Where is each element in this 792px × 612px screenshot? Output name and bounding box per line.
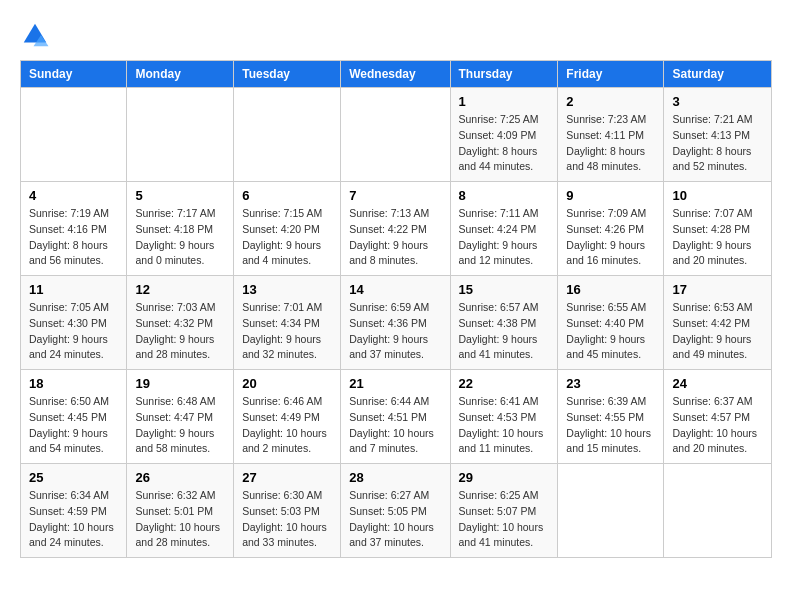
day-details: Sunrise: 7:05 AMSunset: 4:30 PMDaylight:… xyxy=(29,300,118,363)
header-cell-wednesday: Wednesday xyxy=(341,61,450,88)
day-number: 11 xyxy=(29,282,118,297)
day-details: Sunrise: 6:32 AMSunset: 5:01 PMDaylight:… xyxy=(135,488,225,551)
day-cell: 12Sunrise: 7:03 AMSunset: 4:32 PMDayligh… xyxy=(127,276,234,370)
day-number: 12 xyxy=(135,282,225,297)
day-details: Sunrise: 6:44 AMSunset: 4:51 PMDaylight:… xyxy=(349,394,441,457)
day-details: Sunrise: 7:25 AMSunset: 4:09 PMDaylight:… xyxy=(459,112,550,175)
day-details: Sunrise: 7:21 AMSunset: 4:13 PMDaylight:… xyxy=(672,112,763,175)
day-cell: 28Sunrise: 6:27 AMSunset: 5:05 PMDayligh… xyxy=(341,464,450,558)
day-cell: 18Sunrise: 6:50 AMSunset: 4:45 PMDayligh… xyxy=(21,370,127,464)
calendar-table: SundayMondayTuesdayWednesdayThursdayFrid… xyxy=(20,60,772,558)
day-cell: 5Sunrise: 7:17 AMSunset: 4:18 PMDaylight… xyxy=(127,182,234,276)
day-details: Sunrise: 7:09 AMSunset: 4:26 PMDaylight:… xyxy=(566,206,655,269)
day-number: 26 xyxy=(135,470,225,485)
day-number: 29 xyxy=(459,470,550,485)
day-cell: 3Sunrise: 7:21 AMSunset: 4:13 PMDaylight… xyxy=(664,88,772,182)
day-details: Sunrise: 7:17 AMSunset: 4:18 PMDaylight:… xyxy=(135,206,225,269)
day-details: Sunrise: 6:50 AMSunset: 4:45 PMDaylight:… xyxy=(29,394,118,457)
day-cell: 29Sunrise: 6:25 AMSunset: 5:07 PMDayligh… xyxy=(450,464,558,558)
day-cell: 1Sunrise: 7:25 AMSunset: 4:09 PMDaylight… xyxy=(450,88,558,182)
week-row-3: 11Sunrise: 7:05 AMSunset: 4:30 PMDayligh… xyxy=(21,276,772,370)
day-details: Sunrise: 7:15 AMSunset: 4:20 PMDaylight:… xyxy=(242,206,332,269)
header-cell-sunday: Sunday xyxy=(21,61,127,88)
day-cell: 26Sunrise: 6:32 AMSunset: 5:01 PMDayligh… xyxy=(127,464,234,558)
day-details: Sunrise: 7:03 AMSunset: 4:32 PMDaylight:… xyxy=(135,300,225,363)
header-cell-friday: Friday xyxy=(558,61,664,88)
day-cell: 23Sunrise: 6:39 AMSunset: 4:55 PMDayligh… xyxy=(558,370,664,464)
day-number: 20 xyxy=(242,376,332,391)
day-details: Sunrise: 7:19 AMSunset: 4:16 PMDaylight:… xyxy=(29,206,118,269)
day-number: 28 xyxy=(349,470,441,485)
week-row-1: 1Sunrise: 7:25 AMSunset: 4:09 PMDaylight… xyxy=(21,88,772,182)
day-cell: 9Sunrise: 7:09 AMSunset: 4:26 PMDaylight… xyxy=(558,182,664,276)
week-row-5: 25Sunrise: 6:34 AMSunset: 4:59 PMDayligh… xyxy=(21,464,772,558)
day-number: 23 xyxy=(566,376,655,391)
header-row: SundayMondayTuesdayWednesdayThursdayFrid… xyxy=(21,61,772,88)
day-cell xyxy=(341,88,450,182)
day-number: 9 xyxy=(566,188,655,203)
day-details: Sunrise: 6:46 AMSunset: 4:49 PMDaylight:… xyxy=(242,394,332,457)
day-cell: 15Sunrise: 6:57 AMSunset: 4:38 PMDayligh… xyxy=(450,276,558,370)
day-cell xyxy=(127,88,234,182)
day-number: 14 xyxy=(349,282,441,297)
day-details: Sunrise: 6:59 AMSunset: 4:36 PMDaylight:… xyxy=(349,300,441,363)
header-cell-thursday: Thursday xyxy=(450,61,558,88)
day-cell: 10Sunrise: 7:07 AMSunset: 4:28 PMDayligh… xyxy=(664,182,772,276)
day-number: 6 xyxy=(242,188,332,203)
day-number: 25 xyxy=(29,470,118,485)
day-cell: 11Sunrise: 7:05 AMSunset: 4:30 PMDayligh… xyxy=(21,276,127,370)
week-row-2: 4Sunrise: 7:19 AMSunset: 4:16 PMDaylight… xyxy=(21,182,772,276)
day-number: 7 xyxy=(349,188,441,203)
day-details: Sunrise: 7:01 AMSunset: 4:34 PMDaylight:… xyxy=(242,300,332,363)
day-details: Sunrise: 6:27 AMSunset: 5:05 PMDaylight:… xyxy=(349,488,441,551)
day-details: Sunrise: 7:11 AMSunset: 4:24 PMDaylight:… xyxy=(459,206,550,269)
day-cell xyxy=(664,464,772,558)
day-number: 1 xyxy=(459,94,550,109)
day-details: Sunrise: 7:07 AMSunset: 4:28 PMDaylight:… xyxy=(672,206,763,269)
day-number: 10 xyxy=(672,188,763,203)
day-number: 8 xyxy=(459,188,550,203)
day-cell: 13Sunrise: 7:01 AMSunset: 4:34 PMDayligh… xyxy=(234,276,341,370)
day-details: Sunrise: 6:41 AMSunset: 4:53 PMDaylight:… xyxy=(459,394,550,457)
day-number: 3 xyxy=(672,94,763,109)
day-number: 27 xyxy=(242,470,332,485)
day-cell: 20Sunrise: 6:46 AMSunset: 4:49 PMDayligh… xyxy=(234,370,341,464)
day-number: 19 xyxy=(135,376,225,391)
day-cell xyxy=(21,88,127,182)
day-cell: 6Sunrise: 7:15 AMSunset: 4:20 PMDaylight… xyxy=(234,182,341,276)
day-details: Sunrise: 6:53 AMSunset: 4:42 PMDaylight:… xyxy=(672,300,763,363)
day-cell: 27Sunrise: 6:30 AMSunset: 5:03 PMDayligh… xyxy=(234,464,341,558)
day-details: Sunrise: 6:34 AMSunset: 4:59 PMDaylight:… xyxy=(29,488,118,551)
day-details: Sunrise: 6:25 AMSunset: 5:07 PMDaylight:… xyxy=(459,488,550,551)
day-number: 5 xyxy=(135,188,225,203)
header-cell-tuesday: Tuesday xyxy=(234,61,341,88)
day-cell: 17Sunrise: 6:53 AMSunset: 4:42 PMDayligh… xyxy=(664,276,772,370)
day-number: 16 xyxy=(566,282,655,297)
day-details: Sunrise: 7:13 AMSunset: 4:22 PMDaylight:… xyxy=(349,206,441,269)
day-cell: 14Sunrise: 6:59 AMSunset: 4:36 PMDayligh… xyxy=(341,276,450,370)
day-number: 4 xyxy=(29,188,118,203)
day-cell: 19Sunrise: 6:48 AMSunset: 4:47 PMDayligh… xyxy=(127,370,234,464)
day-number: 22 xyxy=(459,376,550,391)
day-cell: 7Sunrise: 7:13 AMSunset: 4:22 PMDaylight… xyxy=(341,182,450,276)
day-cell: 21Sunrise: 6:44 AMSunset: 4:51 PMDayligh… xyxy=(341,370,450,464)
day-cell: 22Sunrise: 6:41 AMSunset: 4:53 PMDayligh… xyxy=(450,370,558,464)
day-number: 18 xyxy=(29,376,118,391)
day-cell: 2Sunrise: 7:23 AMSunset: 4:11 PMDaylight… xyxy=(558,88,664,182)
day-details: Sunrise: 6:48 AMSunset: 4:47 PMDaylight:… xyxy=(135,394,225,457)
day-number: 24 xyxy=(672,376,763,391)
day-cell: 24Sunrise: 6:37 AMSunset: 4:57 PMDayligh… xyxy=(664,370,772,464)
page-header xyxy=(20,20,772,50)
day-details: Sunrise: 6:30 AMSunset: 5:03 PMDaylight:… xyxy=(242,488,332,551)
day-number: 15 xyxy=(459,282,550,297)
day-cell: 25Sunrise: 6:34 AMSunset: 4:59 PMDayligh… xyxy=(21,464,127,558)
logo xyxy=(20,20,54,50)
day-details: Sunrise: 6:37 AMSunset: 4:57 PMDaylight:… xyxy=(672,394,763,457)
header-cell-saturday: Saturday xyxy=(664,61,772,88)
week-row-4: 18Sunrise: 6:50 AMSunset: 4:45 PMDayligh… xyxy=(21,370,772,464)
day-number: 17 xyxy=(672,282,763,297)
day-number: 2 xyxy=(566,94,655,109)
day-details: Sunrise: 6:39 AMSunset: 4:55 PMDaylight:… xyxy=(566,394,655,457)
day-number: 21 xyxy=(349,376,441,391)
day-number: 13 xyxy=(242,282,332,297)
